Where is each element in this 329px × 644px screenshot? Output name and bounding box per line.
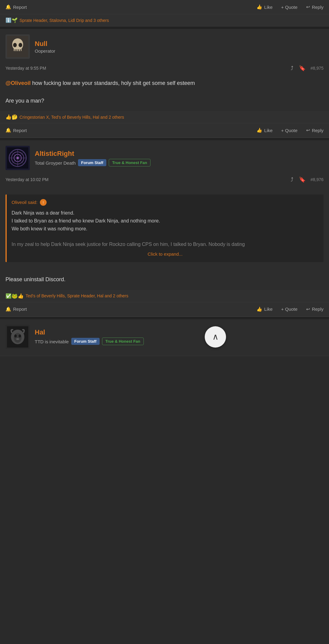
top-reactors-names[interactable]: Sprate Header, Stalovna, Lidl Drip and 3…	[19, 18, 109, 23]
quote-line3: We both knew it was nothing more.	[12, 225, 319, 233]
null-quote-button[interactable]: + Quote	[281, 128, 298, 133]
altistic-report-button[interactable]: 🔔 Report	[5, 306, 27, 312]
null-reactors-names[interactable]: Cringestorian X, Ted's of Beverly Hills,…	[19, 115, 124, 120]
post-divider-2	[0, 138, 329, 140]
post-altistic-body: Oliveoil said: ↑ Dark Ninja was a dear f…	[0, 185, 329, 290]
svg-rect-6	[16, 49, 17, 51]
altistic-quote-block: Oliveoil said: ↑ Dark Ninja was a dear f…	[5, 194, 324, 262]
null-username[interactable]: Null	[35, 40, 324, 48]
altistic-username[interactable]: AltisticRight	[35, 150, 324, 158]
post-divider-1	[0, 26, 329, 29]
thumb-icon-null: 👍	[256, 128, 262, 133]
quote-up-icon[interactable]: ↑	[40, 199, 47, 206]
svg-point-2	[13, 43, 17, 47]
bookmark-icon-altistic[interactable]: 🔖	[299, 176, 306, 183]
top-quote-button[interactable]: + Quote	[281, 5, 298, 10]
svg-point-21	[14, 334, 17, 338]
quote-line1: Dark Ninja was a dear friend.	[12, 209, 319, 217]
avatar-altistic[interactable]	[5, 146, 30, 170]
altistic-quote-button[interactable]: + Quote	[281, 306, 298, 312]
svg-rect-7	[18, 49, 19, 51]
avatar-hal[interactable]	[5, 325, 30, 349]
top-reply-label: Reply	[312, 5, 324, 10]
null-meta-icons: ⤴ 🔖	[291, 65, 306, 72]
top-quote-label: + Quote	[281, 5, 298, 10]
altistic-action-bar: 🔔 Report 👍 Like + Quote ↩ Reply	[0, 302, 329, 317]
hal-trusted-badge: True & Honest Fan	[102, 338, 144, 345]
thumb-icon: 👍	[256, 4, 262, 10]
altistic-reply-button[interactable]: ↩ Reply	[306, 306, 324, 312]
reply-icon: ↩	[306, 4, 310, 10]
svg-point-23	[16, 338, 19, 340]
post-null-header: Null Ooperator	[0, 29, 329, 62]
quote-author-text: Oliveoil said:	[12, 199, 37, 206]
altistic-post-time: Yesterday at 10:02 PM	[5, 177, 286, 182]
altistic-body-text: Please uninstall Discord.	[5, 276, 65, 282]
avatar-null-img	[7, 36, 28, 57]
scroll-top-button[interactable]: ∧	[205, 326, 226, 348]
reply-icon-null: ↩	[306, 128, 310, 133]
svg-point-3	[19, 43, 22, 47]
null-post-number: #8,975	[310, 66, 324, 71]
share-icon[interactable]: ⤴	[291, 65, 293, 72]
hal-staff-badge: Forum Staff	[71, 338, 100, 345]
quote-fade-text: In my zeal to help Dark Ninja seek justi…	[12, 240, 319, 248]
bell-icon-null: 🔔	[5, 128, 11, 133]
null-report-button[interactable]: 🔔 Report	[5, 128, 27, 133]
post-hal: Hal TTD is inevitable Forum Staff True &…	[0, 319, 329, 356]
bell-icon-altistic: 🔔	[5, 306, 11, 312]
top-reply-button[interactable]: ↩ Reply	[306, 4, 324, 10]
top-report-button[interactable]: 🔔 Report	[5, 4, 27, 10]
svg-rect-5	[15, 49, 16, 51]
altistic-meta-icons: ⤴ 🔖	[291, 176, 306, 183]
altistic-post-number: #8,976	[310, 177, 324, 182]
avatar-hal-img	[7, 326, 28, 348]
reaction-icons: ℹ️🌱	[5, 17, 18, 23]
svg-point-17	[16, 157, 19, 159]
null-mention[interactable]: @Oliveoil	[5, 80, 31, 86]
post-null-meta: Yesterday at 9:55 PM ⤴ 🔖 #8,975	[0, 62, 329, 74]
top-like-label: Like	[264, 5, 273, 10]
quote-fade-content: In my zeal to help Dark Ninja seek justi…	[12, 242, 245, 247]
avatar-altistic-img	[7, 147, 28, 169]
quote-expand-button[interactable]: Click to expand...	[12, 248, 319, 258]
top-like-button[interactable]: 👍 Like	[256, 4, 273, 10]
post-divider-3	[0, 317, 329, 319]
altistic-user-role: Total Groyper Death	[35, 160, 76, 166]
altistic-report-label: Report	[13, 306, 27, 312]
null-report-label: Report	[13, 128, 27, 133]
null-reaction-icons: 👍🤔	[5, 114, 18, 120]
altistic-trusted-badge: True & Honest Fan	[109, 159, 150, 166]
null-action-bar: 🔔 Report 👍 Like + Quote ↩ Reply	[0, 123, 329, 138]
altistic-like-label: Like	[264, 306, 273, 312]
altistic-reply-label: Reply	[312, 306, 324, 312]
svg-rect-8	[20, 49, 21, 51]
bookmark-icon[interactable]: 🔖	[299, 65, 306, 72]
avatar-null[interactable]	[5, 34, 30, 59]
altistic-user-info: AltisticRight Total Groyper Death Forum …	[35, 150, 324, 166]
post-altistic-header: AltisticRight Total Groyper Death Forum …	[0, 140, 329, 174]
null-like-button[interactable]: 👍 Like	[256, 128, 273, 133]
hal-username[interactable]: Hal	[35, 328, 319, 336]
altistic-like-button[interactable]: 👍 Like	[256, 306, 273, 312]
svg-point-22	[19, 334, 21, 338]
null-reply-button[interactable]: ↩ Reply	[306, 128, 324, 133]
bell-icon: 🔔	[5, 4, 11, 10]
altistic-quote-label: + Quote	[281, 306, 298, 312]
hal-user-role: TTD is inevitable	[35, 339, 69, 344]
post-hal-header: Hal TTD is inevitable Forum Staff True &…	[0, 319, 329, 353]
null-user-role: Ooperator	[35, 48, 324, 54]
null-like-label: Like	[264, 128, 273, 133]
svg-point-20	[14, 333, 22, 343]
null-body-text: how fucking low are your standards, holy…	[31, 80, 195, 86]
share-icon-altistic[interactable]: ⤴	[291, 177, 293, 183]
altistic-reactions-bar: ✅🐸👍 Ted's of Beverly Hills, Sprate Heade…	[0, 290, 329, 302]
null-post-time: Yesterday at 9:55 PM	[5, 66, 286, 71]
quote-author: Oliveoil said: ↑	[12, 199, 319, 206]
quote-line2: I talked to Bryan as a friend who knew D…	[12, 217, 319, 225]
post-null-body: @Oliveoil how fucking low are your stand…	[0, 74, 329, 111]
altistic-reactors-names[interactable]: Ted's of Beverly Hills, Sprate Header, H…	[26, 293, 128, 298]
thumb-icon-altistic: 👍	[256, 306, 262, 312]
post-altisticright: AltisticRight Total Groyper Death Forum …	[0, 140, 329, 317]
post-altistic-meta: Yesterday at 10:02 PM ⤴ 🔖 #8,976	[0, 174, 329, 185]
